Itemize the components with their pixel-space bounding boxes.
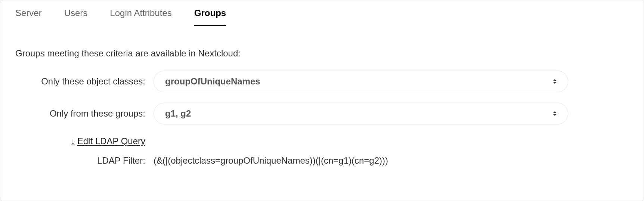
- ldap-filter-value: (&(|(objectclass=groupOfUniqueNames))(|(…: [154, 155, 388, 166]
- tab-groups[interactable]: Groups: [194, 8, 226, 26]
- tab-users[interactable]: Users: [64, 8, 88, 26]
- ldap-filter-row: LDAP Filter: (&(|(objectclass=groupOfUni…: [15, 155, 629, 166]
- intro-text: Groups meeting these criteria are availa…: [15, 48, 629, 59]
- groups-select[interactable]: g1, g2: [154, 103, 568, 124]
- sort-caret-icon: [553, 79, 557, 84]
- object-classes-label: Only these object classes:: [15, 76, 154, 87]
- tab-server[interactable]: Server: [15, 8, 42, 26]
- object-classes-select[interactable]: groupOfUniqueNames: [154, 71, 568, 92]
- groups-tab-content: Groups meeting these criteria are availa…: [0, 26, 644, 181]
- groups-row: Only from these groups: g1, g2: [15, 103, 629, 124]
- groups-value: g1, g2: [165, 108, 191, 119]
- ldap-filter-label: LDAP Filter:: [15, 155, 154, 166]
- edit-ldap-query-text: Edit LDAP Query: [77, 136, 145, 146]
- object-classes-value: groupOfUniqueNames: [165, 76, 260, 87]
- arrow-down-icon: ↓: [71, 136, 75, 146]
- edit-ldap-query-link[interactable]: ↓ Edit LDAP Query: [71, 136, 145, 146]
- edit-query-row: ↓ Edit LDAP Query: [15, 136, 629, 146]
- settings-tabs: Server Users Login Attributes Groups: [0, 0, 644, 26]
- ldap-settings-panel: Server Users Login Attributes Groups Gro…: [0, 0, 644, 201]
- groups-label: Only from these groups:: [15, 108, 154, 119]
- tab-login-attributes[interactable]: Login Attributes: [110, 8, 171, 26]
- object-classes-row: Only these object classes: groupOfUnique…: [15, 71, 629, 92]
- sort-caret-icon: [553, 111, 557, 116]
